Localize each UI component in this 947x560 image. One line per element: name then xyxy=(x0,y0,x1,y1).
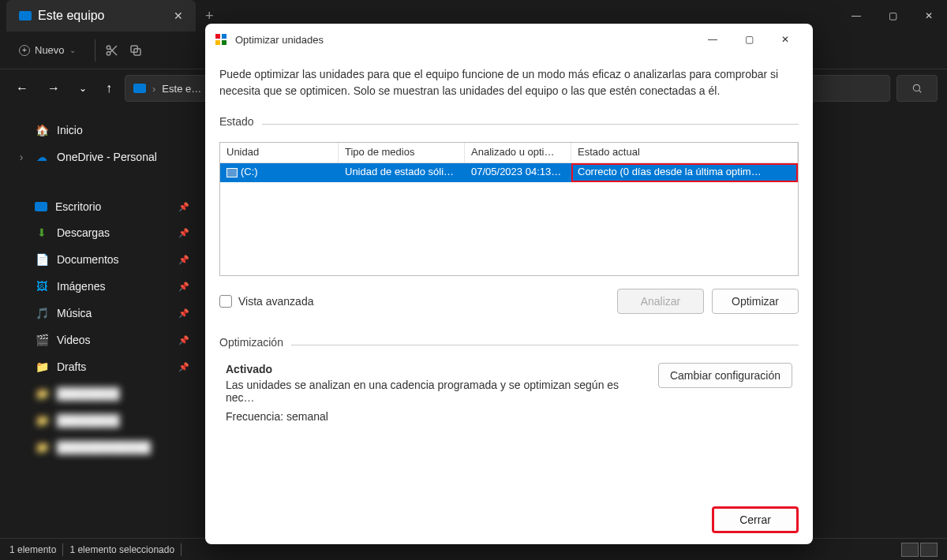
col-analizado[interactable]: Analizado u opti… xyxy=(465,143,571,162)
cut-icon[interactable] xyxy=(105,43,119,58)
dialog-titlebar: Optimizar unidades ― ▢ ✕ xyxy=(205,24,813,55)
col-unidad[interactable]: Unidad xyxy=(220,143,339,162)
pin-icon: 📌 xyxy=(178,362,189,372)
new-label: Nuevo xyxy=(35,44,65,56)
sidebar-item-escritorio[interactable]: Escritorio 📌 xyxy=(6,194,199,219)
cloud-icon: ☁ xyxy=(35,150,49,164)
analyze-button[interactable]: Analizar xyxy=(617,289,704,314)
this-pc-icon xyxy=(19,11,32,21)
status-item-count: 1 elemento xyxy=(9,544,56,555)
sidebar-item-blurred[interactable]: 📁████████ xyxy=(6,380,199,407)
maximize-button[interactable]: ▢ xyxy=(874,0,911,32)
col-tipo[interactable]: Tipo de medios xyxy=(339,143,465,162)
tab-title: Este equipo xyxy=(38,9,105,23)
pictures-icon: 🖼 xyxy=(35,279,49,293)
optimize-drives-dialog: Optimizar unidades ― ▢ ✕ Puede optimizar… xyxy=(205,24,813,544)
downloads-icon: ⬇ xyxy=(35,226,49,240)
new-button[interactable]: + Nuevo ⌄ xyxy=(9,39,85,61)
pin-icon: 📌 xyxy=(178,308,189,319)
chevron-right-icon[interactable]: › xyxy=(16,151,27,163)
drive-status-highlighted: Correcto (0 días desde la última optim… xyxy=(571,163,798,182)
plus-icon: + xyxy=(19,45,30,56)
desktop-icon xyxy=(35,202,47,211)
pin-icon: 📌 xyxy=(178,255,189,265)
copy-icon[interactable] xyxy=(129,43,143,58)
sidebar-item-descargas[interactable]: ⬇ Descargas 📌 xyxy=(6,219,199,246)
drive-list[interactable]: Unidad Tipo de medios Analizado u opti… … xyxy=(219,142,799,276)
svg-rect-11 xyxy=(222,40,226,45)
dialog-title: Optimizar unidades xyxy=(235,34,324,46)
view-tiles-button[interactable] xyxy=(920,543,938,557)
sidebar-item-imagenes[interactable]: 🖼 Imágenes 📌 xyxy=(6,273,199,300)
sidebar-item-musica[interactable]: 🎵 Música 📌 xyxy=(6,300,199,327)
optimize-button[interactable]: Optimizar xyxy=(712,289,799,314)
optimizacion-group-label: Optimización xyxy=(219,336,283,349)
sidebar-item-blurred[interactable]: 📁████████████ xyxy=(6,434,199,461)
music-icon: 🎵 xyxy=(35,306,49,320)
up-button[interactable]: ↑ xyxy=(99,77,118,100)
dialog-description: Puede optimizar las unidades para que el… xyxy=(219,66,799,99)
view-details-button[interactable] xyxy=(901,543,919,557)
recent-button[interactable]: ⌄ xyxy=(73,78,93,99)
svg-rect-8 xyxy=(215,34,220,39)
dialog-minimize-button[interactable]: ― xyxy=(694,27,731,52)
col-estado[interactable]: Estado actual xyxy=(571,143,798,162)
advanced-view-checkbox[interactable]: Vista avanzada xyxy=(219,295,313,308)
estado-group-label: Estado xyxy=(219,115,254,128)
folder-icon: 📁 xyxy=(35,360,49,374)
svg-line-7 xyxy=(919,90,921,92)
dialog-maximize-button[interactable]: ▢ xyxy=(731,27,767,52)
search-box[interactable] xyxy=(896,75,938,102)
drive-list-header: Unidad Tipo de medios Analizado u opti… … xyxy=(220,143,798,163)
window-controls: ― ▢ ✕ xyxy=(838,0,947,32)
chevron-down-icon: ⌄ xyxy=(69,46,76,54)
back-button[interactable]: ← xyxy=(9,77,35,100)
close-tab-icon[interactable]: ✕ xyxy=(174,9,183,22)
svg-point-6 xyxy=(913,84,919,91)
sidebar-item-blurred[interactable]: 📁████████ xyxy=(6,407,199,434)
documents-icon: 📄 xyxy=(35,252,49,267)
close-window-button[interactable]: ✕ xyxy=(911,0,947,32)
window-tab[interactable]: Este equipo ✕ xyxy=(6,0,196,32)
pin-icon: 📌 xyxy=(178,228,189,238)
forward-button[interactable]: → xyxy=(41,77,66,100)
defrag-icon xyxy=(215,33,227,46)
close-dialog-button[interactable]: Cerrar xyxy=(712,506,799,533)
sidebar-item-inicio[interactable]: 🏠 Inicio xyxy=(6,117,199,144)
dialog-close-button[interactable]: ✕ xyxy=(767,27,803,52)
svg-rect-10 xyxy=(215,40,220,45)
drive-icon xyxy=(226,168,238,177)
drive-row-c[interactable]: (C:) Unidad de estado sóli… 07/05/2023 0… xyxy=(220,163,798,182)
status-selected: 1 elemento seleccionado xyxy=(69,544,174,555)
schedule-status: Activado xyxy=(226,363,649,375)
minimize-button[interactable]: ― xyxy=(838,0,874,32)
change-settings-button[interactable]: Cambiar configuración xyxy=(658,363,792,388)
sidebar: 🏠 Inicio › ☁ OneDrive - Personal Escrito… xyxy=(0,107,205,538)
separator xyxy=(95,39,95,62)
sidebar-item-documentos[interactable]: 📄 Documentos 📌 xyxy=(6,246,199,273)
svg-rect-9 xyxy=(222,34,226,39)
this-pc-icon xyxy=(133,84,146,93)
schedule-frequency: Frecuencia: semanal xyxy=(226,410,649,423)
videos-icon: 🎬 xyxy=(35,333,49,347)
pin-icon: 📌 xyxy=(178,202,189,212)
address-text: Este e… xyxy=(162,83,201,95)
pin-icon: 📌 xyxy=(178,282,189,292)
pin-icon: 📌 xyxy=(178,335,189,345)
home-icon: 🏠 xyxy=(35,123,49,137)
schedule-description: Las unidades se analizan en una cadencia… xyxy=(226,379,649,404)
sidebar-item-videos[interactable]: 🎬 Videos 📌 xyxy=(6,327,199,353)
sidebar-item-onedrive[interactable]: › ☁ OneDrive - Personal xyxy=(6,144,199,170)
checkbox-box xyxy=(219,295,232,308)
sidebar-item-drafts[interactable]: 📁 Drafts 📌 xyxy=(6,353,199,380)
new-tab-button[interactable]: + xyxy=(205,8,214,24)
